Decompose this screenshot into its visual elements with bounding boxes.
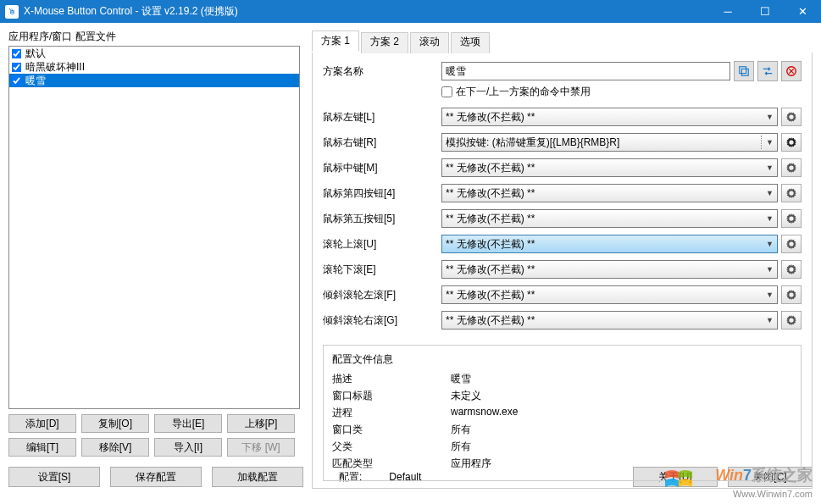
mapping-row: 鼠标中键[M]** 无修改(不拦截) **▼ [323, 158, 802, 177]
info-row: 描述暖雪 [332, 372, 792, 386]
copy-plan-button[interactable] [734, 61, 754, 81]
info-row: 进程warmsnow.exe [332, 406, 792, 420]
tab[interactable]: 方案 1 [312, 30, 359, 52]
chevron-down-icon: ▼ [763, 265, 774, 274]
mapping-row: 鼠标第四按钮[4]** 无修改(不拦截) **▼ [323, 184, 802, 202]
profile-item[interactable]: 暖雪 [9, 74, 299, 87]
mapping-label: 鼠标左键[L] [323, 110, 441, 125]
mapping-label: 鼠标第五按钮[5] [323, 212, 441, 226]
mapping-label: 鼠标右键[R] [323, 136, 441, 150]
mapping-row: 滚轮上滚[U]** 无修改(不拦截) **▼ [323, 235, 802, 253]
mapping-label: 倾斜滚轮右滚[G] [323, 313, 441, 328]
add-button[interactable]: 添加[D] [8, 414, 76, 433]
info-label: 描述 [332, 372, 451, 386]
clear-plan-button[interactable] [781, 61, 802, 81]
info-label: 匹配类型 [332, 457, 451, 471]
remove-button[interactable]: 移除[V] [81, 438, 149, 457]
minimize-button[interactable]: ─ [709, 0, 746, 23]
mapping-dropdown[interactable]: ** 无修改(不拦截) **▼ [441, 311, 778, 330]
profiles-label: 应用程序/窗口 配置文件 [8, 30, 300, 44]
mapping-settings-button[interactable] [781, 209, 802, 228]
info-value: 应用程序 [451, 457, 491, 471]
mapping-dropdown[interactable]: ** 无修改(不拦截) **▼ [441, 158, 778, 177]
mapping-settings-button[interactable] [781, 260, 802, 279]
mapping-label: 滚轮上滚[U] [323, 237, 441, 252]
mapping-dropdown[interactable]: ** 无修改(不拦截) **▼ [441, 260, 778, 279]
close-window-button[interactable]: ✕ [784, 0, 821, 23]
info-label: 父类 [332, 440, 451, 454]
import-button[interactable]: 导入[I] [154, 438, 222, 457]
mapping-settings-button[interactable] [781, 133, 802, 152]
mapping-settings-button[interactable] [781, 285, 802, 304]
chevron-down-icon: ▼ [763, 113, 774, 121]
svg-rect-1 [741, 69, 748, 75]
swap-plan-button[interactable] [757, 61, 778, 81]
profile-label: 暖雪 [25, 74, 46, 88]
mapping-label: 鼠标中键[M] [323, 161, 441, 175]
gear-icon [785, 238, 797, 250]
mapping-settings-button[interactable] [781, 311, 802, 330]
info-row: 窗口标题未定义 [332, 389, 792, 403]
dropdown-value: ** 无修改(不拦截) ** [446, 313, 763, 328]
mapping-settings-button[interactable] [781, 184, 802, 202]
chevron-down-icon: ▼ [763, 240, 774, 248]
profile-list[interactable]: 默认暗黑破坏神III暖雪 [8, 46, 300, 409]
info-row: 窗口类所有 [332, 423, 792, 437]
profile-item[interactable]: 默认 [9, 47, 299, 60]
profile-checkbox[interactable] [12, 75, 22, 86]
mapping-dropdown[interactable]: ** 无修改(不拦截) **▼ [441, 285, 778, 304]
tab-strip: 方案 1方案 2滚动选项 [312, 30, 813, 53]
edit-button[interactable]: 编辑[T] [8, 438, 76, 457]
profile-item[interactable]: 暗黑破坏神III [9, 60, 299, 74]
mapping-settings-button[interactable] [781, 235, 802, 253]
load-config-button[interactable]: 加载配置 [212, 467, 303, 487]
mapping-dropdown[interactable]: ** 无修改(不拦截) **▼ [441, 209, 778, 228]
export-button[interactable]: 导出[E] [154, 414, 222, 433]
tab[interactable]: 滚动 [410, 32, 449, 53]
dropdown-value: ** 无修改(不拦截) ** [446, 237, 763, 252]
profile-checkbox[interactable] [12, 62, 22, 72]
chevron-down-icon: ▼ [763, 291, 774, 299]
info-label: 进程 [332, 406, 451, 420]
mapping-settings-button[interactable] [781, 108, 802, 126]
mapping-dropdown[interactable]: ** 无修改(不拦截) **▼ [441, 235, 778, 253]
settings-button[interactable]: 设置[S] [8, 467, 100, 487]
disable-in-next-prev-checkbox[interactable] [441, 86, 452, 97]
dropdown-value: ** 无修改(不拦截) ** [446, 186, 763, 201]
info-row: 匹配类型应用程序 [332, 457, 792, 471]
svg-rect-0 [740, 67, 746, 74]
mapping-row: 鼠标左键[L]** 无修改(不拦截) **▼ [323, 108, 802, 126]
plan-name-input[interactable] [441, 62, 730, 80]
dropdown-value: ** 无修改(不拦截) ** [446, 263, 763, 277]
info-value: 所有 [451, 423, 471, 437]
info-value: 所有 [451, 440, 471, 454]
gear-icon [785, 187, 797, 199]
mapping-row: 鼠标第五按钮[5]** 无修改(不拦截) **▼ [323, 209, 802, 228]
mapping-dropdown[interactable]: ** 无修改(不拦截) **▼ [441, 184, 778, 202]
profile-checkbox[interactable] [12, 48, 22, 58]
mapping-row: 倾斜滚轮左滚[F]** 无修改(不拦截) **▼ [323, 285, 802, 304]
move-up-button[interactable]: 上移[P] [227, 414, 295, 433]
mapping-row: 倾斜滚轮右滚[G]** 无修改(不拦截) **▼ [323, 311, 802, 330]
dropdown-value: 模拟按键: (粘滞键重复)[{LMB}{RMB}R] [446, 136, 763, 150]
profile-info-box: 配置文件信息 描述暖雪窗口标题未定义进程warmsnow.exe窗口类所有父类所… [323, 345, 802, 481]
mapping-dropdown[interactable]: 模拟按键: (粘滞键重复)[{LMB}{RMB}R]▼ [441, 133, 778, 152]
tab[interactable]: 选项 [451, 32, 490, 53]
mapping-row: 鼠标右键[R]模拟按键: (粘滞键重复)[{LMB}{RMB}R]▼ [323, 133, 802, 152]
tab[interactable]: 方案 2 [361, 32, 408, 53]
move-down-button: 下移 [W] [227, 438, 295, 457]
info-value: 未定义 [451, 389, 481, 403]
mapping-label: 倾斜滚轮左滚[F] [323, 288, 441, 302]
maximize-button[interactable]: ☐ [746, 0, 784, 23]
info-row: 父类所有 [332, 440, 792, 454]
mapping-dropdown[interactable]: ** 无修改(不拦截) **▼ [441, 108, 778, 126]
copy-button[interactable]: 复制[O] [81, 414, 149, 433]
tab-body: 方案名称 在下一/上一方案的命令中禁用 鼠标左键[L]** 无修改(不拦截) *… [312, 52, 813, 489]
info-label: 窗口类 [332, 423, 451, 437]
app-icon: 🖱 [5, 5, 19, 19]
info-title: 配置文件信息 [332, 352, 792, 367]
copy-icon [738, 65, 750, 77]
window-title: X-Mouse Button Control - 设置 v2.19.2 (便携版… [24, 4, 709, 19]
save-config-button[interactable]: 保存配置 [110, 467, 202, 487]
mapping-settings-button[interactable] [781, 158, 802, 177]
